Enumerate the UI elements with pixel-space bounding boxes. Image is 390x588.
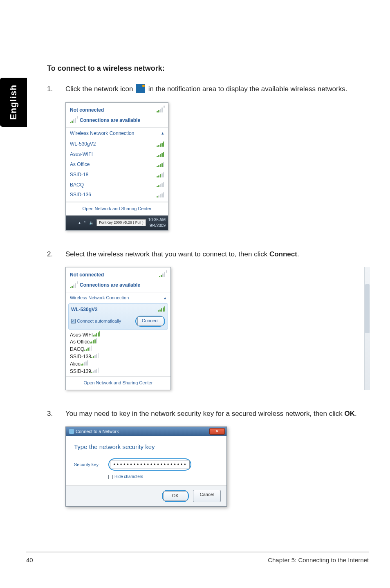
ssid: WL-530gV2 bbox=[71, 306, 98, 313]
step-number: 3. bbox=[47, 409, 65, 419]
signal-icon bbox=[159, 272, 166, 277]
category-label: Wireless Network Connection bbox=[70, 295, 129, 301]
network-item[interactable]: BACQ bbox=[70, 180, 164, 190]
scrollbar[interactable] bbox=[364, 267, 370, 390]
page-footer: 40 Chapter 5: Connecting to the Internet bbox=[26, 552, 369, 564]
network-flyout: Not connected Connections are available … bbox=[65, 102, 168, 231]
network-item[interactable]: Asus-WIFI bbox=[70, 149, 164, 159]
auto-label: Connect automatically bbox=[77, 319, 121, 323]
ok-button[interactable]: OK bbox=[164, 491, 187, 500]
ssid: DAOQ bbox=[70, 346, 84, 352]
signal-icon bbox=[90, 338, 97, 343]
network-item[interactable]: SSID-139 bbox=[70, 368, 166, 375]
signal-icon bbox=[91, 368, 99, 373]
ssid: Alice bbox=[70, 361, 81, 367]
signal-icon bbox=[157, 172, 164, 177]
open-sharing-center-link[interactable]: Open Network and Sharing Center bbox=[66, 377, 170, 389]
signal-icon bbox=[91, 353, 99, 358]
connect-button[interactable]: Connect bbox=[137, 316, 163, 325]
chevron-up-icon[interactable]: ▴ bbox=[161, 130, 164, 137]
network-item[interactable]: Asus-WIFI bbox=[70, 331, 166, 339]
close-button[interactable]: ✕ bbox=[209, 428, 225, 435]
tray-arrow-icon[interactable]: ▴ bbox=[78, 220, 81, 226]
category-label: Wireless Network Connection bbox=[70, 130, 134, 137]
volume-icon[interactable]: 🔈 bbox=[89, 220, 94, 226]
step2-bold: Connect bbox=[269, 250, 297, 258]
avail-text: Connections are available bbox=[80, 117, 140, 124]
ssid: WL-530gV2 bbox=[70, 141, 96, 148]
signal-icon bbox=[70, 283, 77, 288]
signal-icon bbox=[70, 117, 77, 123]
page-content: To connect to a wireless network: 1. Cli… bbox=[47, 63, 370, 525]
input-highlight: •••••••••••••••••••••• bbox=[108, 458, 191, 471]
open-sharing-center-link[interactable]: Open Network and Sharing Center bbox=[66, 202, 168, 215]
network-item[interactable]: DAOQ bbox=[70, 346, 166, 353]
signal-icon bbox=[157, 107, 164, 112]
signal-icon bbox=[84, 346, 92, 351]
dialog-title: Connect to a Network bbox=[69, 429, 119, 435]
language-tab: English bbox=[0, 78, 27, 127]
hide-chars-label: Hide characters bbox=[114, 474, 143, 480]
connect-highlight: Connect bbox=[135, 316, 165, 326]
step-1: 1. Click the network icon in the notific… bbox=[47, 84, 370, 94]
taskbar-tray: ▴ ⚐ 🔈 FontKey 2000 v5.26 ( Full ) 10:35 … bbox=[66, 215, 168, 230]
signal-icon bbox=[157, 192, 164, 197]
signal-icon bbox=[157, 162, 164, 167]
step1-pre: Click the network icon bbox=[65, 85, 133, 93]
ssid: BACQ bbox=[70, 182, 84, 189]
dialog-heading: Type the network security key bbox=[74, 442, 218, 451]
tray-time: 10:35 AM bbox=[148, 217, 166, 223]
step1-post: in the notification area to display the … bbox=[148, 85, 347, 93]
selected-network[interactable]: WL-530gV2 Connect automatically Connect bbox=[68, 303, 168, 329]
status-text: Not connected bbox=[70, 272, 104, 278]
ssid: SSID-138 bbox=[70, 354, 91, 359]
tray-clock[interactable]: 10:35 AM 9/4/2009 bbox=[148, 217, 166, 229]
chevron-up-icon[interactable]: ▴ bbox=[164, 295, 166, 301]
ssid: SSID-136 bbox=[70, 191, 91, 198]
step3-pre: You may need to key in the network secur… bbox=[65, 410, 345, 417]
cancel-button[interactable]: Cancel bbox=[193, 490, 221, 502]
scrollbar-thumb[interactable] bbox=[365, 284, 370, 333]
step-2: 2. Select the wireless network that you … bbox=[47, 249, 370, 259]
avail-text: Connections are available bbox=[80, 282, 140, 289]
security-key-label: Security key: bbox=[74, 462, 102, 468]
step3-post: . bbox=[355, 410, 357, 417]
network-item[interactable]: SSID-18 bbox=[70, 170, 164, 180]
status-text: Not connected bbox=[70, 107, 104, 114]
ssid: SSID-18 bbox=[70, 171, 88, 178]
step2-pre: Select the wireless network that you wan… bbox=[65, 250, 269, 258]
network-item[interactable]: Alice bbox=[70, 360, 166, 368]
ssid: Asus-WIFI bbox=[70, 332, 93, 338]
screenshot-security-key: Connect to a Network ✕ Type the network … bbox=[65, 426, 370, 506]
signal-icon bbox=[157, 152, 164, 157]
tray-date: 9/4/2009 bbox=[148, 223, 166, 229]
signal-icon bbox=[81, 360, 88, 366]
network-flyout: Not connected Connections are available … bbox=[65, 267, 171, 390]
ssid: As Office bbox=[70, 339, 90, 345]
chapter-label: Chapter 5: Connecting to the Internet bbox=[268, 556, 369, 564]
network-item[interactable]: SSID-136 bbox=[70, 190, 164, 200]
screenshot-network-list: Not connected Connections are available … bbox=[65, 102, 370, 231]
ok-highlight: OK bbox=[162, 490, 189, 502]
step-3: 3. You may need to key in the network se… bbox=[47, 409, 370, 419]
network-item[interactable]: SSID-138 bbox=[70, 353, 166, 360]
step-number: 1. bbox=[47, 84, 65, 94]
network-item[interactable]: As Office bbox=[70, 159, 164, 170]
ssid: Asus-WIFI bbox=[70, 151, 93, 158]
security-key-dialog: Connect to a Network ✕ Type the network … bbox=[65, 426, 227, 506]
step3-bold: OK bbox=[345, 410, 355, 417]
section-heading: To connect to a wireless network: bbox=[47, 63, 370, 74]
network-item[interactable]: As Office bbox=[70, 338, 166, 346]
tray-tooltip: FontKey 2000 v5.26 ( Full ) bbox=[96, 219, 146, 226]
security-key-input[interactable]: •••••••••••••••••••••• bbox=[110, 460, 190, 469]
signal-icon bbox=[158, 306, 165, 312]
page-number: 40 bbox=[26, 556, 33, 564]
flag-icon[interactable]: ⚐ bbox=[83, 220, 87, 226]
signal-icon bbox=[93, 331, 100, 337]
auto-connect-checkbox[interactable] bbox=[71, 319, 76, 323]
step-number: 2. bbox=[47, 249, 65, 259]
signal-icon bbox=[157, 182, 164, 187]
network-item[interactable]: WL-530gV2 bbox=[70, 139, 164, 149]
hide-chars-checkbox[interactable] bbox=[108, 475, 113, 479]
ssid: SSID-139 bbox=[70, 368, 91, 374]
